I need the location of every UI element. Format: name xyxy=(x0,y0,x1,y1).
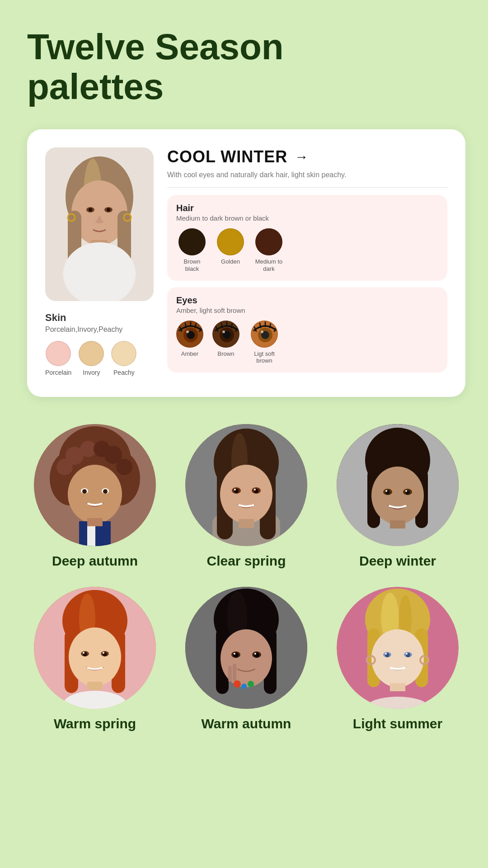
eye-swatch-brown: Brown xyxy=(212,321,239,364)
person-warm-spring[interactable]: Warm spring xyxy=(27,587,163,731)
svg-rect-84 xyxy=(390,520,405,528)
hair-trait-card: Hair Medium to dark brown or black Brown… xyxy=(167,195,447,280)
svg-point-90 xyxy=(69,627,121,686)
eyes-trait-card: Eyes Amber, light soft brown xyxy=(167,287,447,373)
svg-rect-58 xyxy=(87,518,103,526)
svg-point-51 xyxy=(68,465,122,524)
card-right: COOL WINTER → With cool eyes and natural… xyxy=(167,147,447,379)
hair-swatch-golden: Golden xyxy=(217,228,244,272)
svg-point-96 xyxy=(103,652,104,654)
divider xyxy=(167,187,447,188)
svg-point-128 xyxy=(406,653,408,655)
person-avatar-light-summer xyxy=(337,587,459,709)
person-avatar-deep-autumn xyxy=(34,424,156,546)
svg-point-54 xyxy=(82,489,87,494)
skin-swatches: Porcelain Invory Peachy xyxy=(45,341,136,376)
hair-swatch-medium-dark: Medium to dark xyxy=(253,228,285,272)
svg-point-65 xyxy=(220,465,272,524)
svg-point-122 xyxy=(371,629,424,687)
svg-point-95 xyxy=(83,652,84,654)
svg-point-114 xyxy=(241,684,247,689)
hair-trait-title: Hair xyxy=(176,203,438,213)
hair-trait-sub: Medium to dark brown or black xyxy=(176,214,438,222)
person-photo xyxy=(45,147,154,301)
svg-point-26 xyxy=(222,330,225,333)
eyes-swatches: Amber xyxy=(176,321,438,364)
person-avatar-warm-spring xyxy=(34,587,156,709)
person-avatar-deep-winter xyxy=(337,424,459,546)
svg-point-55 xyxy=(103,489,108,494)
skin-swatch-peachy: Peachy xyxy=(111,341,136,376)
svg-rect-72 xyxy=(239,519,254,528)
person-deep-autumn[interactable]: Deep autumn xyxy=(27,424,163,569)
eyes-trait-title: Eyes xyxy=(176,295,438,306)
season-title: COOL WINTER xyxy=(167,147,287,166)
person-warm-autumn[interactable]: Warm autumn xyxy=(178,587,314,731)
eye-swatch-amber: Amber xyxy=(176,321,203,364)
svg-rect-132 xyxy=(390,683,405,691)
person-avatar-clear-spring xyxy=(185,424,307,546)
skin-swatch-invory: Invory xyxy=(79,341,104,376)
season-header: COOL WINTER → xyxy=(167,147,447,166)
person-light-summer[interactable]: Light summer xyxy=(330,587,465,731)
svg-point-35 xyxy=(261,330,263,333)
skin-swatch-porcelain: Porcelain xyxy=(45,341,71,376)
svg-point-70 xyxy=(234,489,236,491)
svg-point-110 xyxy=(254,653,256,655)
person-clear-spring[interactable]: Clear spring xyxy=(178,424,314,569)
eye-swatch-light-soft-brown: Ligt soft brown xyxy=(249,321,280,364)
season-card: Skin Porcelain,Invory,Peachy Porcelain I… xyxy=(27,129,465,397)
svg-rect-111 xyxy=(228,666,232,682)
eyes-trait-sub: Amber, light soft brown xyxy=(176,307,438,314)
svg-point-71 xyxy=(254,489,256,491)
svg-point-127 xyxy=(385,653,387,655)
svg-point-10 xyxy=(89,208,92,212)
svg-point-77 xyxy=(371,467,424,524)
person-avatar-warm-autumn xyxy=(185,587,307,709)
season-arrow-icon[interactable]: → xyxy=(295,149,308,165)
hair-swatch-brown-black: Brown black xyxy=(176,228,208,272)
svg-point-17 xyxy=(186,330,189,333)
svg-point-115 xyxy=(248,681,254,687)
card-left: Skin Porcelain,Invory,Peachy Porcelain I… xyxy=(45,147,154,379)
svg-point-82 xyxy=(385,490,387,492)
people-grid: Deep autumn xyxy=(27,424,465,731)
svg-point-49 xyxy=(56,459,73,475)
hair-swatches: Brown black Golden Medium to dark xyxy=(176,228,438,272)
person-deep-winter[interactable]: Deep winter xyxy=(330,424,465,569)
skin-label: Skin xyxy=(45,312,66,324)
svg-point-113 xyxy=(234,680,241,688)
svg-rect-112 xyxy=(233,664,236,682)
svg-point-50 xyxy=(116,459,132,475)
page-title: Twelve Season palettes xyxy=(27,27,465,107)
season-description: With cool eyes and naturally dark hair, … xyxy=(167,170,447,180)
people-row-2: Warm spring xyxy=(27,587,465,731)
skin-sub-label: Porcelain,Invory,Peachy xyxy=(45,326,122,334)
svg-rect-98 xyxy=(87,682,103,690)
svg-point-109 xyxy=(234,653,235,655)
people-row-1: Deep autumn xyxy=(27,424,465,569)
svg-point-83 xyxy=(405,490,407,492)
svg-point-11 xyxy=(107,208,110,212)
